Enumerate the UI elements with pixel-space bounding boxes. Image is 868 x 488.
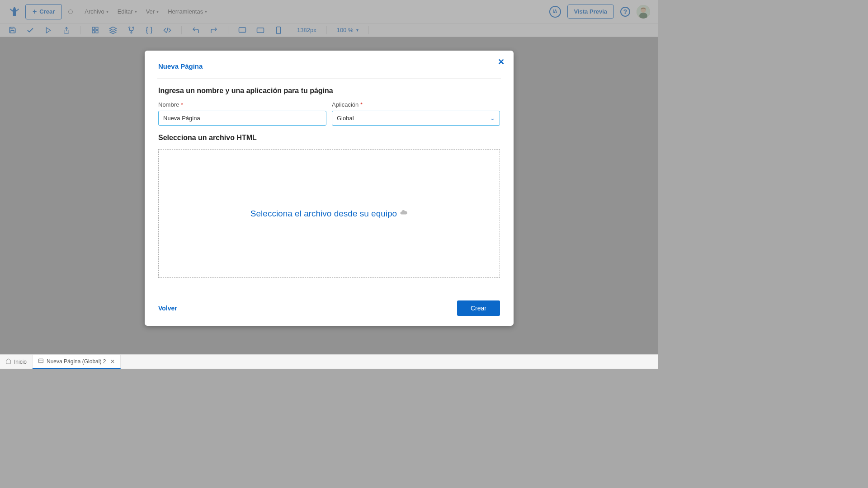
new-page-modal: ✕ Nueva Página Ingresa un nombre y una a… [145, 51, 514, 326]
tab-label: Inicio [14, 359, 27, 365]
file-dropzone[interactable]: Selecciona el archivo desde su equipo [158, 149, 500, 278]
modal-overlay: ✕ Nueva Página Ingresa un nombre y una a… [0, 0, 658, 369]
close-icon[interactable]: ✕ [498, 57, 505, 67]
required-mark: * [181, 101, 183, 108]
divider [157, 78, 501, 79]
cloud-upload-icon [400, 208, 408, 219]
home-icon [5, 358, 11, 366]
modal-footer: Volver Crear [158, 300, 500, 316]
file-section-title: Selecciona un archivo HTML [158, 134, 500, 142]
name-label: Nombre * [158, 101, 326, 108]
app-select[interactable]: Global ⌄ [332, 111, 500, 126]
close-icon[interactable]: ✕ [110, 358, 115, 365]
app-group: Aplicación * Global ⌄ [332, 101, 500, 126]
back-link[interactable]: Volver [158, 305, 177, 312]
name-input[interactable] [158, 111, 326, 126]
chevron-down-icon: ⌄ [490, 115, 495, 122]
select-value: Global [337, 115, 354, 122]
modal-subtitle: Ingresa un nombre y una aplicación para … [158, 87, 500, 95]
form-row: Nombre * Aplicación * Global ⌄ [158, 101, 500, 126]
modal-title: Nueva Página [158, 62, 500, 70]
svg-rect-17 [39, 359, 43, 363]
button-label: Crear [471, 305, 486, 312]
dropzone-label: Selecciona el archivo desde su equipo [250, 209, 397, 219]
bottom-tabs: Inicio Nueva Página (Global) 2 ✕ [0, 354, 658, 369]
required-mark: * [360, 101, 363, 108]
name-group: Nombre * [158, 101, 326, 126]
dropzone-text: Selecciona el archivo desde su equipo [250, 208, 408, 219]
label-text: Aplicación [332, 101, 359, 108]
tab-label: Nueva Página (Global) 2 [47, 358, 106, 365]
tab-active-page[interactable]: Nueva Página (Global) 2 ✕ [33, 355, 121, 369]
app-label: Aplicación * [332, 101, 500, 108]
label-text: Nombre [158, 101, 179, 108]
tab-home[interactable]: Inicio [0, 355, 33, 369]
create-page-button[interactable]: Crear [457, 300, 500, 316]
page-icon [38, 358, 44, 365]
